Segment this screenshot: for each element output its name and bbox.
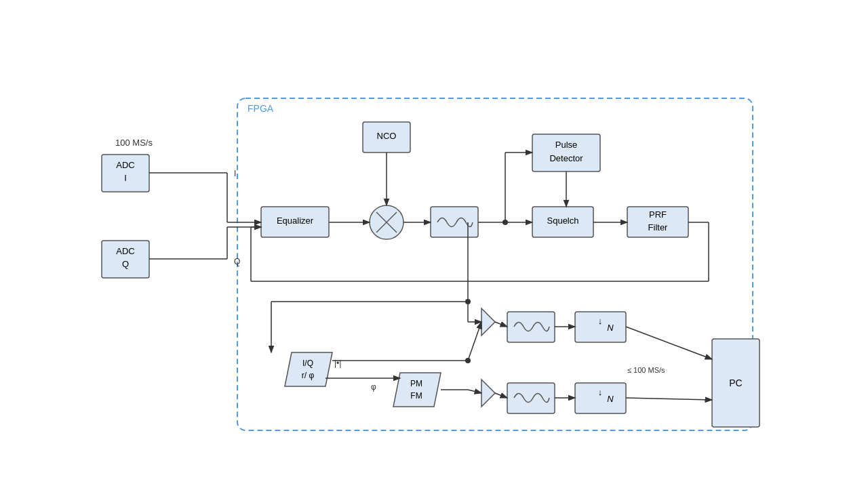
svg-text:ADC: ADC [116,246,134,256]
svg-text:I: I [124,173,127,183]
decimator2-block: ↓ N [575,383,626,413]
adc-i-block: ADC I [102,155,149,192]
svg-text:Squelch: Squelch [547,216,579,226]
equalizer-block: Equalizer [261,207,329,237]
squelch-block: Squelch [532,207,593,237]
svg-text:I/Q: I/Q [302,359,313,368]
svg-line-75 [468,390,481,393]
svg-text:PRF: PRF [649,209,667,220]
i-label: I [234,169,236,178]
pm-fm-block: PM FM [393,373,441,407]
svg-marker-31 [481,380,495,407]
svg-text:NCO: NCO [377,131,397,141]
svg-marker-27 [393,373,441,407]
svg-text:PM: PM [410,379,422,388]
lpf3-block [507,383,555,413]
svg-text:Detector: Detector [549,153,583,163]
mux-bottom [481,380,495,407]
decimator1-block: ↓ N [575,312,626,342]
svg-text:Equalizer: Equalizer [277,216,314,226]
prf-filter-block: PRF Filter [627,207,688,237]
nco-block: NCO [363,122,410,152]
svg-text:PC: PC [729,378,742,388]
svg-text:ADC: ADC [116,160,134,170]
svg-line-76 [495,322,507,327]
svg-line-69 [468,322,481,361]
svg-text:FM: FM [410,391,422,401]
svg-line-81 [626,398,712,400]
fpga-label: FPGA [248,103,274,114]
svg-text:Filter: Filter [648,222,669,232]
svg-text:Pulse: Pulse [555,140,578,150]
svg-text:N: N [607,394,614,404]
svg-rect-33 [507,383,555,413]
svg-marker-24 [285,352,332,386]
pulse-detector-block: Pulse Detector [532,134,600,171]
adc-q-block: ADC Q [102,241,149,278]
multiplier-block [370,205,403,239]
svg-marker-30 [481,308,495,336]
pc-block: PC [712,339,760,427]
svg-rect-32 [507,312,555,342]
sample-rate-label: 100 MS/s [115,138,153,148]
iq-converter-block: I/Q r/ φ [285,352,332,386]
rate-out-label: ≤ 100 MS/s [627,366,665,374]
svg-text:↓: ↓ [598,316,603,326]
phase-label: φ [371,382,376,392]
svg-text:Q: Q [122,259,129,269]
svg-text:N: N [607,323,614,333]
lpf1-block [431,207,478,237]
svg-text:↓: ↓ [598,387,603,397]
svg-text:r/ φ: r/ φ [302,371,315,380]
diagram-container: FPGA 100 MS/s ADC I ADC Q I Q Equalizer … [61,41,807,447]
lpf2-block [507,312,555,342]
magnitude-label: |•| [334,359,341,368]
svg-line-80 [626,327,712,359]
mux-top [481,308,495,336]
q-label: Q [234,257,240,266]
svg-line-77 [495,393,507,398]
